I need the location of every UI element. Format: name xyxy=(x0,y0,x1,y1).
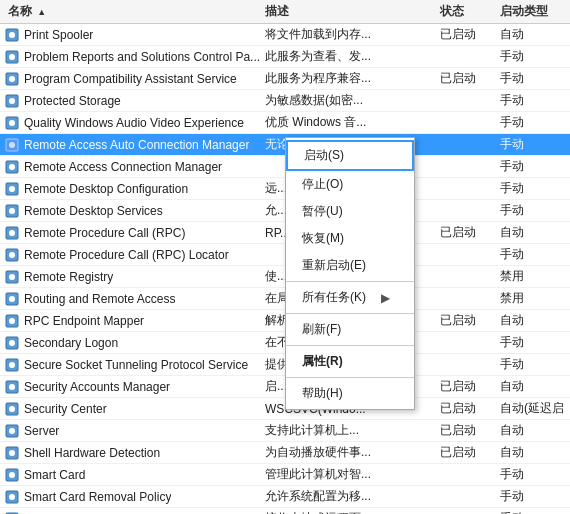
service-icon xyxy=(4,423,20,439)
cell-start: 手动 xyxy=(500,158,570,175)
service-icon xyxy=(4,357,20,373)
cell-name: Shell Hardware Detection xyxy=(0,445,265,461)
menu-separator xyxy=(286,313,414,314)
service-name: Program Compatibility Assistant Service xyxy=(24,72,237,86)
context-menu-item[interactable]: 恢复(M) xyxy=(286,225,414,252)
cell-name: Remote Desktop Services xyxy=(0,203,265,219)
table-row[interactable]: Smart Card 管理此计算机对智... 手动 xyxy=(0,464,570,486)
svg-point-37 xyxy=(9,428,15,434)
service-name: Remote Desktop Services xyxy=(24,204,163,218)
cell-start: 自动 xyxy=(500,378,570,395)
header-status[interactable]: 状态 xyxy=(440,3,500,20)
svg-point-43 xyxy=(9,494,15,500)
table-row[interactable]: SNMP Trap 接收本地或远程面... 手动 xyxy=(0,508,570,514)
context-menu-item[interactable]: 启动(S) xyxy=(286,140,414,171)
header-start[interactable]: 启动类型 xyxy=(500,3,570,20)
cell-start: 手动 xyxy=(500,114,570,131)
service-icon xyxy=(4,181,20,197)
service-name: Remote Procedure Call (RPC) Locator xyxy=(24,248,229,262)
cell-status: 已启动 xyxy=(440,70,500,87)
svg-point-25 xyxy=(9,296,15,302)
table-row[interactable]: Problem Reports and Solutions Control Pa… xyxy=(0,46,570,68)
svg-point-21 xyxy=(9,252,15,258)
cell-start: 自动 xyxy=(500,312,570,329)
service-name: Smart Card xyxy=(24,468,85,482)
context-menu-item[interactable]: 刷新(F) xyxy=(286,316,414,343)
table-row[interactable]: Protected Storage 为敏感数据(如密... 手动 xyxy=(0,90,570,112)
menu-separator xyxy=(286,281,414,282)
table-row[interactable]: Print Spooler 将文件加载到内存... 已启动 自动 xyxy=(0,24,570,46)
cell-start: 手动 xyxy=(500,466,570,483)
cell-name: Security Accounts Manager xyxy=(0,379,265,395)
service-icon xyxy=(4,159,20,175)
menu-separator xyxy=(286,377,414,378)
cell-desc: 此服务为查看、发... xyxy=(265,48,440,65)
cell-start: 手动 xyxy=(500,136,570,153)
service-icon xyxy=(4,93,20,109)
context-menu-item[interactable]: 帮助(H) xyxy=(286,380,414,407)
service-name: Remote Registry xyxy=(24,270,113,284)
service-icon xyxy=(4,137,20,153)
table-row[interactable]: Program Compatibility Assistant Service … xyxy=(0,68,570,90)
context-menu-item[interactable]: 暂停(U) xyxy=(286,198,414,225)
service-name: Remote Access Auto Connection Manager xyxy=(24,138,249,152)
service-icon xyxy=(4,269,20,285)
service-icon xyxy=(4,445,20,461)
cell-desc: 将文件加载到内存... xyxy=(265,26,440,43)
cell-name: Secure Socket Tunneling Protocol Service xyxy=(0,357,265,373)
service-name: Protected Storage xyxy=(24,94,121,108)
cell-start: 手动 xyxy=(500,70,570,87)
cell-name: Problem Reports and Solutions Control Pa… xyxy=(0,49,265,65)
cell-start: 自动 xyxy=(500,26,570,43)
cell-status: 已启动 xyxy=(440,312,500,329)
cell-start: 自动 xyxy=(500,224,570,241)
cell-name: Remote Access Auto Connection Manager xyxy=(0,137,265,153)
service-icon xyxy=(4,71,20,87)
service-name: Remote Procedure Call (RPC) xyxy=(24,226,185,240)
submenu-arrow-icon: ▶ xyxy=(381,291,390,305)
service-name: Smart Card Removal Policy xyxy=(24,490,171,504)
service-icon xyxy=(4,511,20,515)
menu-item-label: 帮助(H) xyxy=(302,385,343,402)
cell-name: Smart Card xyxy=(0,467,265,483)
service-name: Secure Socket Tunneling Protocol Service xyxy=(24,358,248,372)
service-icon xyxy=(4,467,20,483)
context-menu-item[interactable]: 停止(O) xyxy=(286,171,414,198)
table-row[interactable]: Smart Card Removal Policy 允许系统配置为移... 手动 xyxy=(0,486,570,508)
cell-status: 已启动 xyxy=(440,422,500,439)
header-name[interactable]: 名称 ▲ xyxy=(0,3,265,20)
menu-item-label: 所有任务(K) xyxy=(302,289,366,306)
service-name: Shell Hardware Detection xyxy=(24,446,160,460)
header-desc[interactable]: 描述 xyxy=(265,3,440,20)
table-row[interactable]: Quality Windows Audio Video Experience 优… xyxy=(0,112,570,134)
cell-desc: 接收本地或远程面... xyxy=(265,510,440,514)
service-icon xyxy=(4,247,20,263)
cell-name: Secondary Logon xyxy=(0,335,265,351)
cell-name: Routing and Remote Access xyxy=(0,291,265,307)
cell-start: 手动 xyxy=(500,202,570,219)
menu-item-label: 属性(R) xyxy=(302,353,343,370)
service-icon xyxy=(4,401,20,417)
service-name: Print Spooler xyxy=(24,28,93,42)
service-icon xyxy=(4,225,20,241)
cell-start: 手动 xyxy=(500,356,570,373)
service-name: Routing and Remote Access xyxy=(24,292,175,306)
cell-name: RPC Endpoint Mapper xyxy=(0,313,265,329)
table-row[interactable]: Server 支持此计算机上... 已启动 自动 xyxy=(0,420,570,442)
menu-item-label: 恢复(M) xyxy=(302,230,344,247)
sort-arrow-icon: ▲ xyxy=(37,7,46,17)
context-menu-item[interactable]: 所有任务(K)▶ xyxy=(286,284,414,311)
table-header: 名称 ▲ 描述 状态 启动类型 xyxy=(0,0,570,24)
context-menu-item[interactable]: 属性(R) xyxy=(286,348,414,375)
table-row[interactable]: Shell Hardware Detection 为自动播放硬件事... 已启动… xyxy=(0,442,570,464)
cell-status: 已启动 xyxy=(440,400,500,417)
cell-start: 自动 xyxy=(500,444,570,461)
cell-status: 已启动 xyxy=(440,26,500,43)
cell-start: 手动 xyxy=(500,92,570,109)
cell-name: Program Compatibility Assistant Service xyxy=(0,71,265,87)
service-name: Security Center xyxy=(24,402,107,416)
cell-status: 已启动 xyxy=(440,378,500,395)
service-icon xyxy=(4,489,20,505)
cell-name: Quality Windows Audio Video Experience xyxy=(0,115,265,131)
context-menu-item[interactable]: 重新启动(E) xyxy=(286,252,414,279)
